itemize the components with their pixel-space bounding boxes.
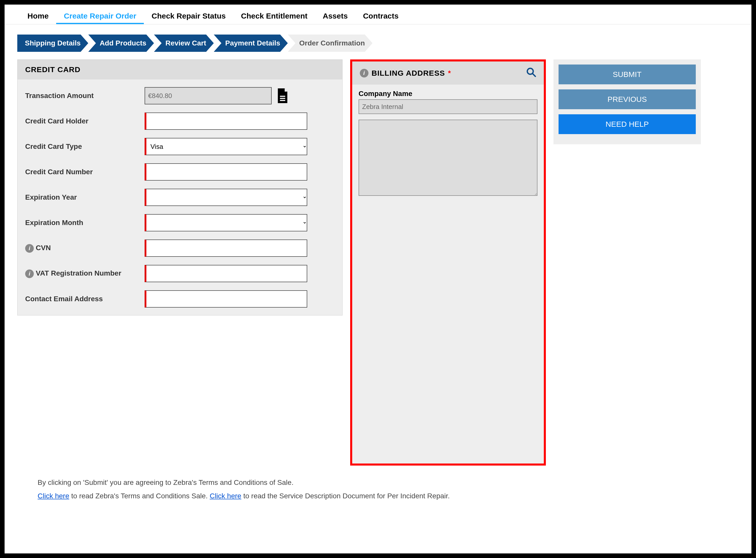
nav-contracts[interactable]: Contracts (355, 9, 406, 24)
cc-number-label: Credit Card Number (25, 168, 145, 176)
submit-button[interactable]: SUBMIT (559, 65, 696, 84)
transaction-amount-label: Transaction Amount (25, 92, 145, 100)
info-icon[interactable]: i (25, 270, 34, 278)
company-name-label: Company Name (359, 90, 537, 98)
svg-rect-0 (280, 96, 285, 97)
billing-address-title: BILLING ADDRESS (371, 69, 445, 77)
footer-mid1: to read Zebra's Terms and Conditions Sal… (69, 492, 210, 500)
exp-year-label: Expiration Year (25, 193, 145, 201)
nav-home[interactable]: Home (20, 9, 56, 24)
transaction-amount-input (145, 87, 272, 104)
step-add-products[interactable]: Add Products (88, 34, 154, 52)
exp-month-select[interactable] (145, 214, 307, 231)
exp-month-label: Expiration Month (25, 219, 145, 227)
credit-card-title: CREDIT CARD (18, 60, 342, 79)
cvn-label: i CVN (25, 244, 145, 253)
info-icon[interactable]: i (25, 244, 34, 253)
cc-number-input[interactable] (145, 163, 307, 181)
step-review-cart[interactable]: Review Cart (154, 34, 214, 52)
svg-rect-1 (280, 98, 285, 99)
service-desc-link[interactable]: Click here (210, 492, 241, 500)
required-asterisk: * (448, 69, 451, 77)
vat-input[interactable] (145, 265, 307, 282)
billing-address-panel: i BILLING ADDRESS * Company Name (350, 59, 546, 465)
search-icon[interactable] (526, 67, 536, 79)
email-label: Contact Email Address (25, 295, 145, 303)
footer-line1: By clicking on 'Submit' you are agreeing… (38, 476, 718, 489)
previous-button[interactable]: PREVIOUS (559, 90, 696, 109)
need-help-button[interactable]: NEED HELP (559, 114, 696, 134)
nav-assets[interactable]: Assets (315, 9, 355, 24)
credit-card-panel: CREDIT CARD Transaction Amount Credit Ca… (17, 59, 343, 315)
cvn-input[interactable] (145, 239, 307, 257)
vat-label: i VAT Registration Number (25, 269, 145, 278)
cc-holder-label: Credit Card Holder (25, 117, 145, 125)
footer-mid2: to read the Service Description Document… (241, 492, 450, 500)
terms-link[interactable]: Click here (38, 492, 69, 500)
company-name-input (359, 99, 537, 114)
info-icon[interactable]: i (360, 69, 368, 77)
cc-type-select[interactable]: Visa (145, 138, 307, 155)
top-nav: Home Create Repair Order Check Repair St… (5, 5, 751, 24)
step-shipping-details[interactable]: Shipping Details (17, 34, 88, 52)
svg-rect-2 (280, 100, 285, 101)
step-payment-details[interactable]: Payment Details (214, 34, 288, 52)
footer-text: By clicking on 'Submit' you are agreeing… (17, 465, 739, 508)
actions-panel: SUBMIT PREVIOUS NEED HELP (554, 59, 701, 144)
step-order-confirmation: Order Confirmation (288, 34, 372, 52)
nav-check-repair-status[interactable]: Check Repair Status (144, 9, 233, 24)
billing-address-header: i BILLING ADDRESS * (352, 61, 544, 84)
nav-check-entitlement[interactable]: Check Entitlement (233, 9, 315, 24)
document-icon[interactable] (276, 88, 289, 103)
cc-holder-input[interactable] (145, 112, 307, 130)
svg-line-4 (532, 73, 535, 76)
email-input[interactable] (145, 290, 307, 308)
wizard-steps: Shipping Details Add Products Review Car… (17, 34, 739, 52)
nav-create-repair-order[interactable]: Create Repair Order (56, 9, 144, 24)
cc-type-label: Credit Card Type (25, 143, 145, 151)
vat-label-text: VAT Registration Number (36, 269, 121, 277)
billing-address-textarea[interactable] (359, 120, 537, 196)
exp-year-select[interactable] (145, 189, 307, 206)
cvn-label-text: CVN (36, 244, 51, 252)
